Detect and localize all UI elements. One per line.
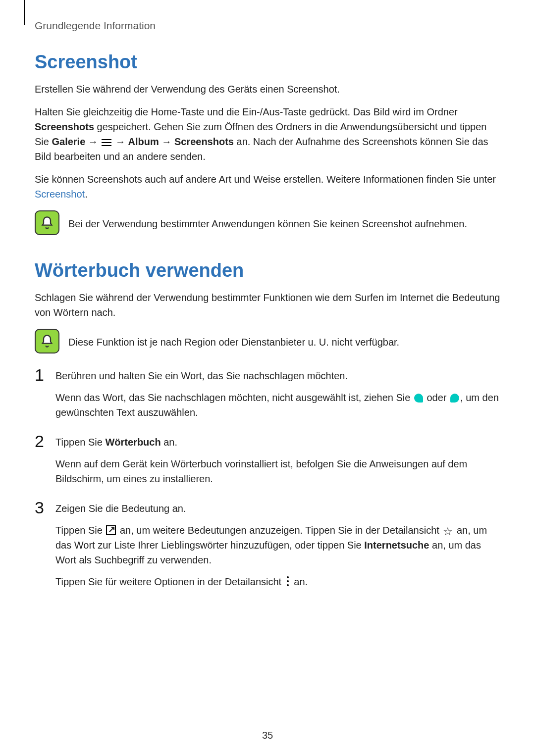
note-text: Bei der Verwendung bestimmter Anwendunge… (68, 210, 467, 231)
text-bold: Galerie (52, 136, 85, 147)
section-title-dictionary: Wörterbuch verwenden (35, 260, 500, 281)
expand-icon (106, 525, 116, 535)
tab-edge-marker (24, 0, 25, 25)
link-screenshot[interactable]: Screenshot (35, 189, 85, 200)
text: Sie können Screenshots auch auf andere A… (35, 174, 496, 185)
text-bold: Wörterbuch (105, 437, 160, 448)
step3-line3: Tippen Sie für weitere Optionen in der D… (55, 574, 500, 589)
selection-handle-left-icon (414, 394, 423, 403)
text-bold: Screenshots (35, 121, 94, 132)
text: . (85, 189, 88, 200)
breadcrumb: Grundlegende Information (35, 20, 500, 32)
screenshot-p2: Halten Sie gleichzeitig die Home-Taste u… (35, 104, 500, 164)
step2-line2: Wenn auf dem Gerät kein Wörterbuch vorin… (55, 456, 500, 486)
text: an, um weitere Bedeutungen anzuzeigen. T… (117, 525, 442, 536)
screenshot-p1: Erstellen Sie während der Verwendung des… (35, 82, 500, 97)
bell-icon (35, 329, 59, 353)
step3-line2: Tippen Sie an, um weitere Bedeutungen an… (55, 523, 500, 567)
text: Tippen Sie (55, 437, 105, 448)
arrow: → (159, 136, 174, 147)
text-bold: Internetsuche (364, 540, 429, 551)
step3-line1: Zeigen Sie die Bedeutung an. (55, 501, 500, 516)
dictionary-intro: Schlagen Sie während der Verwendung best… (35, 290, 500, 320)
text: oder (424, 392, 449, 403)
arrow: → (85, 136, 101, 147)
step1-line2: Wenn das Wort, das Sie nachschlagen möch… (55, 390, 500, 420)
step-2: Tippen Sie Wörterbuch an. Wenn auf dem G… (35, 435, 500, 486)
bell-icon (35, 210, 59, 235)
hamburger-icon (102, 139, 111, 146)
note-text: Diese Funktion ist je nach Region oder D… (68, 329, 399, 350)
selection-handle-right-icon (450, 394, 459, 403)
text: an. (291, 576, 308, 587)
step2-line1: Tippen Sie Wörterbuch an. (55, 435, 500, 450)
page-content: Grundlegende Information Screenshot Erst… (35, 20, 500, 731)
step-3: Zeigen Sie die Bedeutung an. Tippen Sie … (35, 501, 500, 589)
text: Tippen Sie (55, 525, 105, 536)
note-dictionary: Diese Funktion ist je nach Region oder D… (35, 329, 500, 353)
text-bold: Album (128, 136, 159, 147)
note-screenshot: Bei der Verwendung bestimmter Anwendunge… (35, 210, 500, 235)
text-bold: Screenshots (174, 136, 234, 147)
text: Halten Sie gleichzeitig die Home-Taste u… (35, 106, 458, 117)
dictionary-steps: Berühren und halten Sie ein Wort, das Si… (35, 368, 500, 589)
text: Tippen Sie für weitere Optionen in der D… (55, 576, 284, 587)
text: Wenn das Wort, das Sie nachschlagen möch… (55, 392, 413, 403)
section-title-screenshot: Screenshot (35, 51, 500, 73)
text: an. (161, 437, 177, 448)
step1-line1: Berühren und halten Sie ein Wort, das Si… (55, 368, 500, 383)
more-options-icon (286, 576, 289, 586)
screenshot-p3: Sie können Screenshots auch auf andere A… (35, 172, 500, 202)
star-icon: ☆ (443, 526, 453, 537)
step-1: Berühren und halten Sie ein Wort, das Si… (35, 368, 500, 420)
arrow: → (112, 136, 128, 147)
page-number: 35 (0, 730, 535, 741)
